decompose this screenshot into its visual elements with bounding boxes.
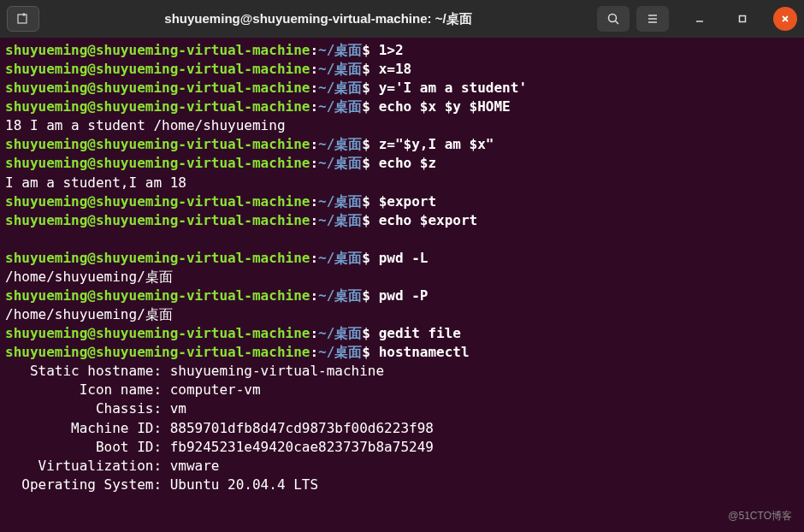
command-text: 1>2	[379, 42, 404, 58]
maximize-icon	[737, 14, 748, 24]
close-icon	[780, 14, 790, 24]
svg-line-4	[616, 21, 619, 25]
search-icon	[606, 12, 620, 26]
new-tab-button[interactable]	[7, 6, 39, 32]
terminal-area[interactable]: shuyueming@shuyueming-virtual-machine:~/…	[0, 38, 804, 532]
output-text: 18 I am a student /home/shuyueming	[5, 117, 286, 133]
close-button[interactable]	[773, 7, 797, 31]
search-button[interactable]	[597, 6, 630, 32]
hamburger-icon	[646, 12, 659, 26]
titlebar: shuyueming@shuyueming-virtual-machine: ~…	[0, 0, 804, 38]
minimize-icon	[695, 14, 705, 24]
new-tab-icon	[16, 12, 30, 26]
window-title: shuyueming@shuyueming-virtual-machine: ~…	[46, 11, 590, 27]
watermark: @51CTO博客	[728, 509, 792, 523]
minimize-button[interactable]	[688, 7, 712, 31]
svg-point-3	[609, 15, 617, 22]
maximize-button[interactable]	[730, 7, 754, 31]
prompt-user: shuyueming@shuyueming-virtual-machine	[5, 42, 310, 58]
svg-rect-0	[18, 15, 27, 23]
svg-rect-9	[740, 16, 746, 22]
menu-button[interactable]	[636, 6, 669, 32]
